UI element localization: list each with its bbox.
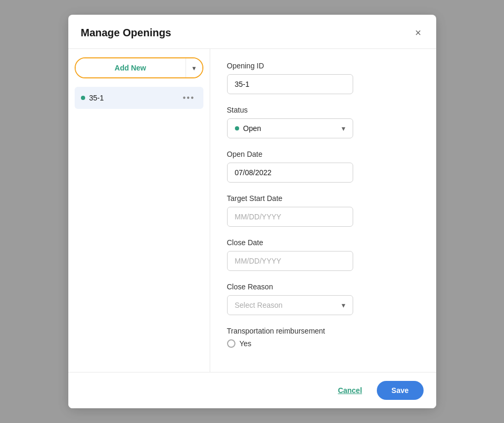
transportation-group: Transportation reimbursement Yes <box>227 327 419 348</box>
modal-body: Add New ▾ 35-1 ••• Opening ID <box>68 49 436 372</box>
transportation-radio-group: Yes <box>227 339 419 348</box>
sidebar: Add New ▾ 35-1 ••• <box>68 49 210 372</box>
status-group: Status Open ▾ <box>227 106 419 138</box>
opening-id-label: Opening ID <box>227 62 419 70</box>
status-dot <box>81 96 85 100</box>
close-date-label: Close Date <box>227 238 419 247</box>
status-select-left: Open <box>235 124 261 133</box>
modal-overlay: Manage Openings × Add New ▾ 35-1 <box>0 0 504 423</box>
target-start-date-label: Target Start Date <box>227 194 419 203</box>
radio-yes-circle <box>227 339 235 348</box>
target-start-date-group: Target Start Date <box>227 194 419 227</box>
transportation-label: Transportation reimbursement <box>227 327 419 335</box>
close-icon: × <box>415 27 421 38</box>
open-date-group: Open Date <box>227 150 419 183</box>
close-reason-placeholder: Select Reason <box>235 301 283 309</box>
form-panel: Opening ID Status Open ▾ <box>210 49 436 372</box>
modal-title: Manage Openings <box>81 27 171 39</box>
open-date-label: Open Date <box>227 150 419 158</box>
close-reason-select[interactable]: Select Reason ▾ <box>227 295 353 315</box>
cancel-button[interactable]: Cancel <box>332 382 368 399</box>
status-select[interactable]: Open ▾ <box>227 118 353 138</box>
status-chevron-icon: ▾ <box>342 124 345 133</box>
manage-openings-modal: Manage Openings × Add New ▾ 35-1 <box>68 15 436 408</box>
close-reason-group: Close Reason Select Reason ▾ <box>227 283 419 315</box>
modal-header: Manage Openings × <box>68 15 436 49</box>
add-new-button-wrapper: Add New ▾ <box>75 57 203 78</box>
target-start-date-input[interactable] <box>227 207 353 227</box>
dropdown-arrow-icon: ▾ <box>192 64 196 72</box>
close-date-group: Close Date <box>227 238 419 271</box>
radio-yes-label: Yes <box>240 339 252 348</box>
status-label: Status <box>227 106 419 114</box>
sidebar-item-label: 35-1 <box>89 94 104 102</box>
close-button[interactable]: × <box>413 25 424 40</box>
modal-footer: Cancel Save <box>68 372 436 408</box>
add-new-button[interactable]: Add New <box>76 58 186 77</box>
item-menu-button[interactable]: ••• <box>181 92 197 104</box>
close-reason-chevron-icon: ▾ <box>342 301 345 309</box>
status-value: Open <box>243 124 261 133</box>
sidebar-item-left: 35-1 <box>81 94 104 102</box>
close-reason-label: Close Reason <box>227 283 419 291</box>
add-new-dropdown-button[interactable]: ▾ <box>186 58 202 77</box>
sidebar-item-35-1[interactable]: 35-1 ••• <box>75 87 203 109</box>
opening-id-input[interactable] <box>227 74 353 94</box>
radio-yes[interactable]: Yes <box>227 339 419 348</box>
save-button[interactable]: Save <box>377 381 424 400</box>
close-date-input[interactable] <box>227 251 353 271</box>
open-date-input[interactable] <box>227 163 353 183</box>
opening-id-group: Opening ID <box>227 62 419 94</box>
status-indicator-dot <box>235 126 239 130</box>
